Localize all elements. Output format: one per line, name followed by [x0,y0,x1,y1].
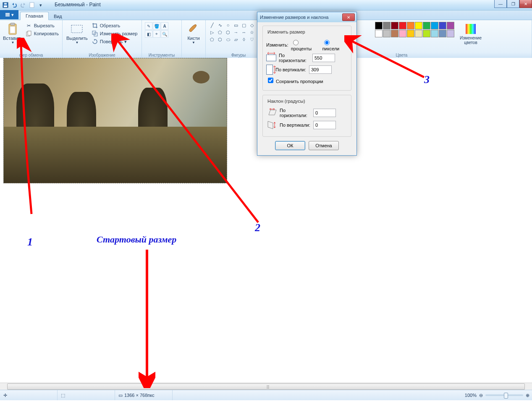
paste-button[interactable]: Вставить ▼ [2,21,24,58]
color-swatch[interactable] [375,22,383,29]
color-swatch[interactable] [383,30,390,37]
color-swatch[interactable] [399,30,406,37]
copy-button[interactable]: Копировать [24,30,60,37]
rotate-button[interactable]: Повернуть ▾ [90,38,139,45]
svg-rect-12 [71,25,82,33]
group-brushes: Кисти▼ [182,20,206,58]
tool-grid: ✎ 🪣 A ◧ ⌖ 🔍 [144,21,180,39]
resize-skew-dialog: Изменение размеров и наклона ✕ Изменить … [257,12,357,156]
qat-dropdown-icon[interactable]: ▾ [37,1,45,9]
group-tools: ✎ 🪣 A ◧ ⌖ 🔍 Инструменты [142,20,182,58]
canvas-size-text: 1366 × 768пкс [124,393,155,398]
window-controls: — ❐ ✕ [494,0,532,8]
crop-button[interactable]: Обрезать [90,22,139,29]
zoom-value: 100% [465,393,477,398]
color-swatch[interactable] [407,22,414,29]
percent-radio[interactable]: проценты [291,39,320,51]
pixels-radio[interactable]: пиксели [322,39,348,51]
select-button[interactable]: Выделить ▼ [64,21,90,58]
tab-home[interactable]: Главная [20,12,49,20]
keep-ratio-checkbox[interactable]: Сохранить пропорции [266,76,323,84]
horizontal-input[interactable] [312,54,335,62]
color-swatch[interactable] [447,22,454,29]
file-menu-button[interactable]: ▾ [0,10,18,19]
tab-view[interactable]: Вид [49,13,67,20]
zoom-tool[interactable]: 🔍 [161,30,168,38]
svg-rect-2 [4,3,7,5]
redo-icon[interactable] [19,1,27,9]
svg-rect-1 [4,5,7,7]
eraser-tool[interactable]: ◧ [145,30,152,38]
group-clipboard: Вставить ▼ ✂Вырезать Копировать фер обме… [0,20,63,58]
minimize-button[interactable]: — [494,0,507,8]
svg-rect-8 [10,23,15,25]
group-label: Изображение [63,53,142,57]
statusbar: ✛ ⬚ ▭1366 × 768пкс 100% ⊖ ⊕ [0,390,532,400]
save-icon[interactable] [2,1,9,9]
crosshair-icon: ✛ [3,393,7,398]
svg-rect-5 [5,14,10,15]
picker-tool[interactable]: ⌖ [153,30,160,38]
chevron-down-icon: ▼ [11,41,14,44]
color-swatch[interactable] [423,22,430,29]
color-swatch[interactable] [399,22,406,29]
color-swatch[interactable] [391,22,398,29]
dialog-titlebar[interactable]: Изменение размеров и наклона ✕ [257,12,356,22]
color-palette[interactable] [374,21,455,38]
quick-access-toolbar: ▾ [0,1,46,9]
resize-button[interactable]: Изменить размер [90,30,139,37]
dialog-title: Изменение размеров и наклона [260,15,328,20]
cut-button[interactable]: ✂Вырезать [24,22,60,29]
skew-v-input[interactable] [313,121,336,129]
horizontal-resize-icon [266,55,276,61]
dialog-close-button[interactable]: ✕ [342,13,355,21]
cancel-button[interactable]: Отмена [309,141,339,150]
horizontal-scrollbar[interactable]: ⠿ [0,383,532,390]
color-swatch[interactable] [423,30,430,37]
fill-tool[interactable]: 🪣 [153,22,160,30]
color-swatch[interactable] [431,22,438,29]
color-swatch[interactable] [391,30,398,37]
color-swatch[interactable] [439,30,446,37]
chevron-down-icon: ▼ [75,41,79,44]
color-swatch[interactable] [375,30,383,37]
skew-fieldset: Наклон (градусы) По горизонтали: По верт… [262,95,351,137]
color-swatch[interactable] [439,22,446,29]
color-swatch[interactable] [383,22,390,29]
zoom-control: 100% ⊖ ⊕ [465,393,529,398]
close-button[interactable]: ✕ [519,0,532,8]
vertical-label: По вертикали: [275,67,307,72]
zoom-in-button[interactable]: ⊕ [526,393,529,398]
brushes-button[interactable]: Кисти▼ [183,21,204,46]
color-swatch[interactable] [415,30,422,37]
vertical-resize-icon [266,65,273,75]
copy-icon [26,30,32,37]
pasted-image[interactable] [3,58,227,183]
window-title: Безымянный - Paint [55,2,101,8]
brush-icon [187,22,200,36]
group-label: фер обмена [0,53,62,57]
svg-rect-15 [466,24,476,34]
zoom-out-button[interactable]: ⊖ [479,393,483,398]
new-icon[interactable] [28,1,36,9]
maximize-button[interactable]: ❐ [507,0,519,8]
edit-colors-button[interactable]: Изменение цветов [458,21,484,46]
svg-rect-4 [5,13,10,14]
svg-rect-6 [5,16,10,16]
vertical-input[interactable] [309,65,332,74]
rotate-icon [92,38,98,45]
color-swatch[interactable] [431,30,438,37]
scissors-icon: ✂ [26,22,32,29]
pencil-tool[interactable]: ✎ [145,22,152,30]
color-swatch[interactable] [447,30,454,37]
color-swatch[interactable] [415,22,422,29]
paste-label: Вставить [3,36,23,41]
ok-button[interactable]: ОК [275,141,305,150]
select-icon [70,22,84,36]
zoom-slider[interactable] [485,394,523,396]
undo-icon[interactable] [10,1,18,9]
color-swatch[interactable] [407,30,414,37]
text-tool[interactable]: A [161,22,168,30]
skew-h-input[interactable] [313,109,336,117]
spectrum-icon [464,22,477,36]
